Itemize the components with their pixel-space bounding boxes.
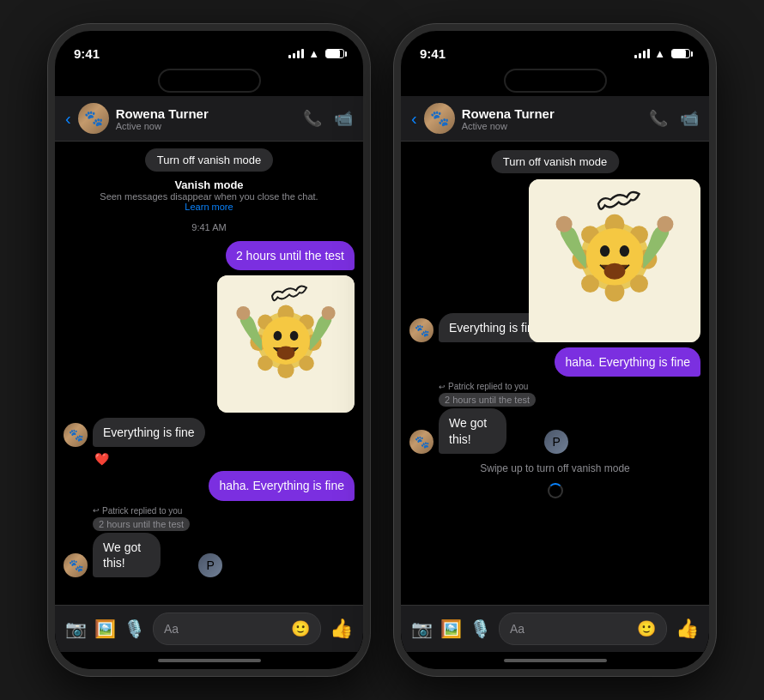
mic-button-left[interactable]: 🎙️ [124,619,144,639]
battery-icon-right [671,49,690,58]
signal-icon [288,49,304,58]
time-label-left: 9:41 AM [64,222,355,232]
header-icons-left: 📞 📹 [303,109,353,128]
svg-point-11 [274,331,282,341]
home-indicator-right [401,652,709,669]
chat-toolbar-left: 📷 🖼️ 🎙️ Aa 🙂 👍 [55,605,363,652]
chat-header-left: ‹ 🐾 Rowena Turner Active now 📞 📹 [55,96,363,142]
sticker-big-right [529,179,700,342]
vanish-banner-right[interactable]: Turn off vanish mode [491,150,619,173]
avatar-small-right: 🐾 [409,318,434,342]
emoji-button-right[interactable]: 🙂 [637,619,656,638]
avatar-small-left: 🐾 [64,423,88,447]
message-row: 2 hours until the test [64,241,355,270]
header-info-right: Rowena Turner Active now [462,106,649,131]
contact-name-left: Rowena Turner [116,106,303,121]
input-placeholder-left: Aa [164,622,291,636]
bubble-received-1: Everything is fine [93,418,205,447]
back-button-left[interactable]: ‹ [65,109,71,129]
thumb-button-right[interactable]: 👍 [676,618,699,640]
message-input-right[interactable]: Aa 🙂 [499,612,667,645]
chat-toolbar-right: 📷 🖼️ 🎙️ Aa 🙂 👍 [401,605,709,652]
status-bar-right: 9:41 ▲ [401,31,709,69]
thumb-button-left[interactable]: 👍 [330,618,353,640]
avatar-small-reply-left: 🐾 [64,553,88,577]
reaction-row: ❤️ [64,452,355,466]
header-icons-right: 📞 📹 [649,109,699,128]
signal-icon-right [634,49,650,58]
status-icons-right: ▲ [634,47,690,60]
avatar-small-patrick: P [198,553,222,577]
right-phone-chat: Turn off vanish mode 🐾 Everything is fin… [401,142,709,605]
vanish-info: Vanish mode Seen messages disappear when… [64,178,355,212]
reply-preview-right: 2 hours until the test [439,393,536,407]
contact-status-left: Active now [116,121,303,131]
avatar-right: 🐾 [424,103,455,134]
message-row-sent-2: haha. Everything is fine [64,471,355,500]
svg-point-31 [657,216,673,232]
svg-point-30 [556,216,573,232]
swipe-hint-text: Swipe up to turn off vanish mode [480,462,630,474]
phone-icon[interactable]: 📞 [303,109,322,128]
video-icon-right[interactable]: 📹 [680,109,699,128]
bubble-reply-right: We got this! [439,408,506,453]
reply-context-right: ↩ Patrick replied to you [439,382,536,391]
avatar-small-reply-right: 🐾 [409,430,434,454]
time-left: 9:41 [74,46,100,61]
bubble-sent-2: haha. Everything is fine [209,471,355,500]
wifi-icon-right: ▲ [654,47,665,60]
swipe-hint-row: Swipe up to turn off vanish mode [409,462,700,474]
camera-button-left[interactable]: 📷 [65,619,86,639]
time-right: 9:41 [420,46,446,61]
svg-point-14 [236,306,250,320]
header-info-left: Rowena Turner Active now [116,106,303,131]
bubble-sent-1: 2 hours until the test [226,241,355,270]
message-input-left[interactable]: Aa 🙂 [153,612,321,645]
dynamic-island-right [504,69,607,93]
photo-button-right[interactable]: 🖼️ [440,619,461,639]
vanish-banner-left[interactable]: Turn off vanish mode [145,148,273,172]
wifi-icon: ▲ [308,47,319,60]
reaction-emoji: ❤️ [94,452,109,466]
svg-point-12 [290,331,299,341]
home-indicator-left [55,652,363,669]
camera-button-right[interactable]: 📷 [411,619,432,639]
mic-button-right[interactable]: 🎙️ [470,619,490,639]
phones-container: 9:41 ▲ ‹ 🐾 [48,24,716,676]
status-bar-left: 9:41 ▲ [55,31,363,69]
message-row-reply: 🐾 ↩ Patrick replied to you 2 hours until… [64,506,355,577]
reply-context-left: ↩ Patrick replied to you [93,506,190,516]
photo-button-left[interactable]: 🖼️ [94,619,115,639]
dynamic-island-left [158,69,261,93]
svg-point-28 [620,245,629,256]
svg-point-29 [604,263,626,280]
contact-status-right: Active now [462,121,649,131]
sticker-row-left [64,275,355,413]
chat-area-left: Turn off vanish mode Vanish mode Seen me… [55,142,363,605]
back-button-right[interactable]: ‹ [411,109,417,129]
avatar-left: 🐾 [78,103,109,134]
message-row-sent-right: haha. Everything is fine [409,347,700,377]
reply-preview-left: 2 hours until the test [93,517,190,531]
svg-point-27 [600,245,609,256]
left-phone: 9:41 ▲ ‹ 🐾 [48,24,370,676]
chat-header-right: ‹ 🐾 Rowena Turner Active now 📞 📹 [401,96,709,142]
message-row-reply-right: 🐾 ↩ Patrick replied to you 2 hours until… [409,382,700,453]
svg-point-13 [277,347,295,360]
message-row-received-1: 🐾 Everything is fine [64,418,355,447]
avatar-small-patrick-right: P [544,430,568,454]
phone-icon-right[interactable]: 📞 [649,109,668,128]
svg-point-15 [322,306,336,320]
bubble-reply-left: We got this! [93,533,161,577]
contact-name-right: Rowena Turner [462,106,649,121]
loading-spinner [548,483,563,498]
sticker-left [217,275,355,413]
right-phone: 9:41 ▲ ‹ 🐾 [394,24,716,676]
status-icons-left: ▲ [288,47,344,60]
bubble-sent-right: haha. Everything is fine [555,347,700,377]
input-placeholder-right: Aa [510,622,637,636]
spinner-row [409,483,700,498]
emoji-button-left[interactable]: 🙂 [291,619,310,638]
battery-icon [325,49,344,58]
video-icon[interactable]: 📹 [334,109,353,128]
